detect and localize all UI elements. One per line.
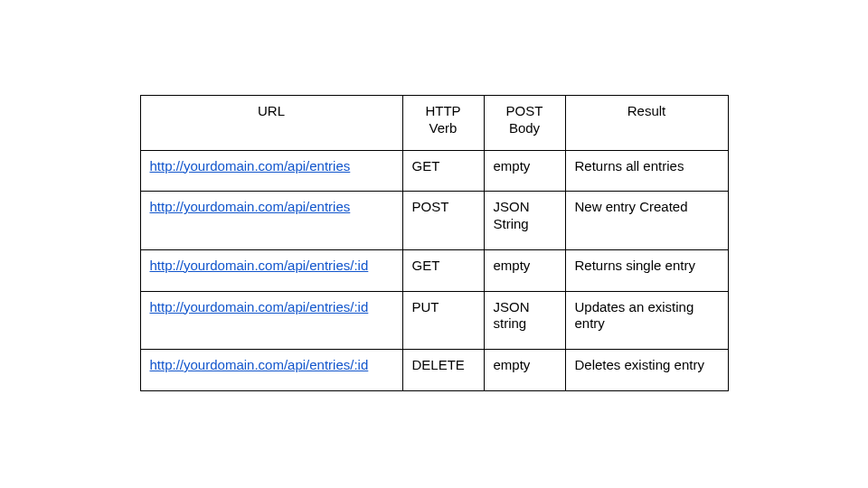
cell-body: empty <box>484 350 565 391</box>
cell-result: Deletes existing entry <box>565 350 728 391</box>
cell-body: empty <box>484 249 565 291</box>
endpoint-link[interactable]: http://yourdomain.com/api/entries <box>150 199 351 214</box>
col-header-verb: HTTP Verb <box>402 96 484 151</box>
cell-url: http://yourdomain.com/api/entries/:id <box>140 291 402 350</box>
cell-result: Returns single entry <box>565 249 728 291</box>
table-row: http://yourdomain.com/api/entries/:id GE… <box>140 249 728 291</box>
cell-url: http://yourdomain.com/api/entries <box>140 192 402 250</box>
table-row: http://yourdomain.com/api/entries POST J… <box>140 192 728 250</box>
cell-body: JSON string <box>484 291 565 350</box>
cell-verb: POST <box>402 192 484 250</box>
cell-verb: GET <box>402 249 484 291</box>
cell-body: empty <box>484 150 565 192</box>
table-header-row: URL HTTP Verb POST Body Result <box>140 96 728 151</box>
cell-verb: PUT <box>402 291 484 350</box>
endpoint-link[interactable]: http://yourdomain.com/api/entries/:id <box>150 357 369 372</box>
endpoint-link[interactable]: http://yourdomain.com/api/entries <box>150 158 351 174</box>
cell-result: New entry Created <box>565 192 728 250</box>
endpoint-link[interactable]: http://yourdomain.com/api/entries/:id <box>150 258 369 273</box>
table-row: http://yourdomain.com/api/entries GET em… <box>140 150 728 192</box>
table-row: http://yourdomain.com/api/entries/:id PU… <box>140 291 728 350</box>
col-header-body: POST Body <box>484 96 565 151</box>
cell-url: http://yourdomain.com/api/entries <box>140 150 402 192</box>
col-header-url: URL <box>140 96 402 151</box>
cell-result: Returns all entries <box>565 150 728 192</box>
cell-url: http://yourdomain.com/api/entries/:id <box>140 350 402 391</box>
cell-verb: GET <box>402 150 484 192</box>
cell-url: http://yourdomain.com/api/entries/:id <box>140 249 402 291</box>
cell-verb: DELETE <box>402 350 484 391</box>
cell-result: Updates an existing entry <box>565 291 728 350</box>
page: URL HTTP Verb POST Body Result http://yo… <box>0 0 868 488</box>
endpoint-link[interactable]: http://yourdomain.com/api/entries/:id <box>150 299 369 314</box>
api-endpoints-table: URL HTTP Verb POST Body Result http://yo… <box>140 95 729 391</box>
cell-body: JSON String <box>484 192 565 250</box>
table-row: http://yourdomain.com/api/entries/:id DE… <box>140 350 728 391</box>
col-header-result: Result <box>565 96 728 151</box>
